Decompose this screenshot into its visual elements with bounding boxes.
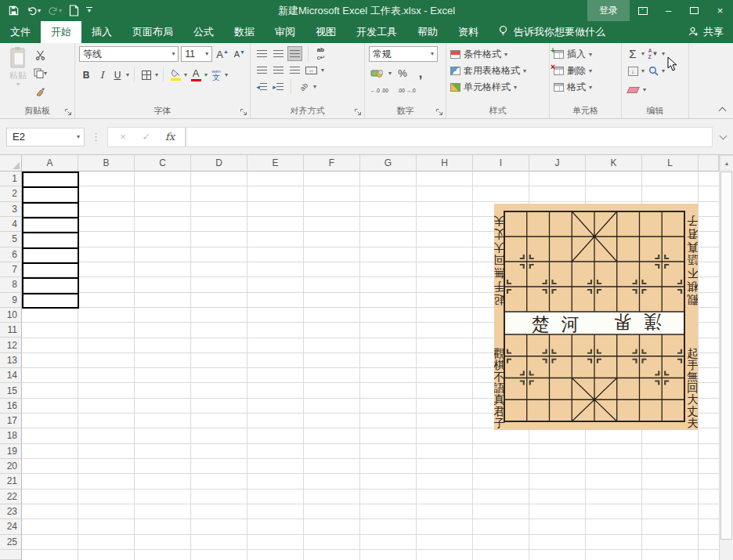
ribbon-tab-6[interactable]: 审阅 [265, 21, 305, 43]
column-header-L[interactable]: L [642, 155, 699, 172]
bordered-range-a1-a9[interactable] [22, 172, 79, 309]
name-box-caret-icon[interactable]: ▾ [77, 134, 80, 140]
tab-file[interactable]: 文件 [0, 21, 41, 43]
top-align-button[interactable] [255, 46, 269, 61]
column-header-F[interactable]: F [304, 155, 360, 172]
increase-decimal-button[interactable]: ←.0 .00 [369, 83, 390, 98]
accounting-format-button[interactable] [369, 66, 385, 81]
center-button[interactable] [271, 63, 285, 78]
row-header-8[interactable]: 8 [0, 277, 22, 292]
row-header-10[interactable]: 10 [0, 308, 22, 323]
vertical-scrollbar[interactable]: ▲ [719, 155, 733, 560]
scroll-up-button[interactable]: ▲ [720, 155, 733, 171]
save-icon[interactable] [8, 5, 20, 16]
column-header-partial[interactable] [699, 155, 719, 172]
row-header-6[interactable]: 6 [0, 247, 22, 262]
column-header-D[interactable]: D [191, 155, 247, 172]
column-header-G[interactable]: G [360, 155, 417, 172]
increase-indent-button[interactable]: ▸ [271, 79, 285, 94]
sort-filter-button[interactable]: AZ ▼ [646, 46, 660, 61]
row-header-partial[interactable] [0, 550, 22, 560]
row-header-9[interactable]: 9 [0, 293, 22, 308]
row-header-12[interactable]: 12 [0, 338, 22, 352]
row-header-18[interactable]: 18 [0, 428, 22, 443]
row-header-19[interactable]: 19 [0, 444, 22, 459]
row-header-3[interactable]: 3 [0, 202, 22, 217]
collapse-ribbon-button[interactable] [719, 107, 727, 115]
undo-button[interactable]: ▾ [27, 5, 41, 16]
phonetic-guide-button[interactable]: wén文 [209, 67, 223, 82]
column-header-A[interactable]: A [22, 155, 78, 172]
find-select-button[interactable] [646, 63, 660, 78]
styles-item-3[interactable]: 单元格样式▾ [450, 79, 546, 96]
tell-me-box[interactable]: 告诉我你想要做什么 [498, 21, 605, 43]
customize-qat-button[interactable]: ▾ [86, 7, 92, 15]
percent-style-button[interactable]: % [395, 66, 410, 81]
grow-font-button[interactable]: A▲ [215, 47, 230, 62]
column-header-C[interactable]: C [135, 155, 191, 172]
row-header-22[interactable]: 22 [0, 490, 22, 504]
row-header-5[interactable]: 5 [0, 232, 22, 247]
wrap-text-button[interactable]: abc↵ [314, 46, 328, 61]
comma-style-button[interactable]: , [413, 66, 428, 81]
align-right-button[interactable] [287, 63, 302, 78]
decrease-decimal-button[interactable]: .00 →.0 [396, 83, 417, 98]
row-header-2[interactable]: 2 [0, 186, 22, 201]
font-dialog-launcher-icon[interactable] [240, 108, 247, 116]
cells-item-2[interactable]: ×删除▾ [554, 63, 618, 79]
maximize-button[interactable] [681, 0, 707, 21]
font-name-combobox[interactable]: 等线▾ [79, 46, 179, 62]
align-left-button[interactable] [255, 63, 269, 78]
name-box[interactable]: E2 ▾ [6, 128, 85, 146]
font-size-combobox[interactable]: 11▾ [181, 46, 212, 62]
row-header-7[interactable]: 7 [0, 262, 22, 277]
share-button[interactable]: 共享 [688, 21, 724, 43]
font-color-button[interactable]: A [189, 67, 203, 82]
autosum-button[interactable]: Σ [626, 46, 640, 61]
ribbon-tab-7[interactable]: 视图 [305, 21, 346, 43]
ribbon-display-options-button[interactable]: ˆ [630, 0, 655, 21]
insert-function-button[interactable]: fx [158, 131, 182, 143]
new-document-icon[interactable] [69, 5, 79, 16]
fill-color-button[interactable] [168, 67, 182, 82]
copy-button[interactable]: ▾ [32, 66, 49, 81]
middle-align-button[interactable] [271, 46, 285, 61]
row-header-4[interactable]: 4 [0, 217, 22, 232]
xiangqi-board-image[interactable]: 楚河漢界起手無回大丈夫觀棋不語真君子觀棋不語真君子起手無回大丈夫 [494, 204, 698, 430]
ribbon-tab-3[interactable]: 页面布局 [122, 21, 183, 43]
row-header-16[interactable]: 16 [0, 399, 22, 414]
column-header-I[interactable]: I [473, 155, 529, 172]
number-format-combobox[interactable]: 常规▾ [369, 46, 438, 62]
ribbon-tab-8[interactable]: 开发工具 [346, 21, 407, 43]
expand-formula-bar-button[interactable] [713, 135, 733, 139]
ribbon-tab-1[interactable]: 开始 [41, 21, 81, 43]
row-header-20[interactable]: 20 [0, 459, 22, 474]
underline-button[interactable]: U [110, 67, 125, 82]
row-header-15[interactable]: 15 [0, 383, 22, 398]
sign-in-button[interactable]: 登录 [587, 0, 630, 21]
merge-center-button[interactable]: ↔ [304, 63, 319, 78]
clipboard-dialog-launcher-icon[interactable] [64, 108, 72, 116]
minimize-button[interactable]: – [655, 0, 681, 21]
row-header-17[interactable]: 17 [0, 414, 22, 428]
fill-button[interactable]: ↓ [626, 63, 640, 78]
ribbon-tab-2[interactable]: 插入 [81, 21, 122, 43]
close-button[interactable]: × [707, 0, 733, 21]
row-header-21[interactable]: 21 [0, 474, 22, 489]
formula-input[interactable] [186, 127, 713, 147]
select-all-corner[interactable] [0, 155, 22, 172]
row-header-11[interactable]: 11 [0, 323, 22, 338]
cell-grid[interactable]: 楚河漢界起手無回大丈夫觀棋不語真君子觀棋不語真君子起手無回大丈夫 [22, 172, 719, 560]
decrease-indent-button[interactable]: ◂ [255, 79, 269, 94]
row-header-14[interactable]: 14 [0, 368, 22, 383]
bottom-align-button[interactable] [287, 46, 302, 61]
ribbon-tab-4[interactable]: 公式 [183, 21, 224, 43]
italic-button[interactable]: I [95, 67, 109, 82]
number-dialog-launcher-icon[interactable] [435, 108, 443, 116]
column-header-J[interactable]: J [529, 155, 586, 172]
borders-button[interactable] [139, 67, 153, 82]
format-painter-button[interactable] [32, 84, 49, 99]
undo-caret-icon[interactable]: ▾ [38, 8, 41, 14]
column-header-E[interactable]: E [247, 155, 304, 172]
column-header-B[interactable]: B [78, 155, 135, 172]
